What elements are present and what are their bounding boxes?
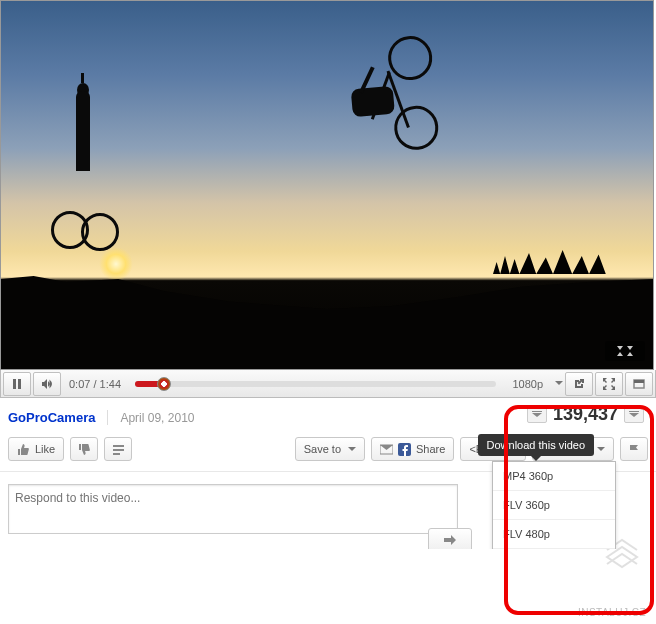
svg-rect-6 — [113, 453, 120, 455]
mail-icon — [380, 443, 393, 456]
download-option[interactable]: MP4 720p (HD) — [493, 548, 615, 549]
channel-link[interactable]: GoProCamera — [8, 410, 108, 425]
seek-bar[interactable] — [135, 381, 496, 387]
svg-rect-0 — [13, 379, 16, 389]
post-comment-button[interactable] — [428, 528, 472, 549]
svg-rect-4 — [113, 445, 124, 447]
views-container: 139,437 — [527, 404, 644, 425]
playlist-icon — [112, 443, 125, 456]
arrow-right-icon — [444, 535, 456, 545]
player-controls: 0:07 / 1:44 1080p — [0, 370, 656, 398]
like-button[interactable]: Like — [8, 437, 64, 461]
video-frame-rider-flipping — [336, 26, 466, 156]
chevron-down-icon — [348, 447, 356, 455]
pause-button[interactable] — [3, 372, 31, 396]
thumbs-up-icon — [17, 443, 30, 456]
expand-description-toggle-left[interactable] — [527, 407, 547, 423]
svg-rect-3 — [634, 380, 644, 383]
seek-handle[interactable] — [157, 377, 171, 391]
playlist-button[interactable] — [104, 437, 132, 461]
fullscreen-button[interactable] — [595, 372, 623, 396]
flag-icon — [628, 443, 641, 456]
comment-input[interactable] — [8, 484, 458, 534]
video-info-row: GoProCamera April 09, 2010 139,437 Downl… — [0, 398, 656, 433]
chevron-down-icon — [597, 447, 605, 455]
svg-rect-1 — [18, 379, 21, 389]
time-display: 0:07 / 1:44 — [63, 378, 127, 390]
like-label: Like — [35, 443, 55, 455]
share-label: Share — [416, 443, 445, 455]
download-dropdown-menu: MP4 360p FLV 360p FLV 480p MP4 720p (HD)… — [492, 461, 616, 549]
upload-date: April 09, 2010 — [108, 411, 194, 425]
view-count: 139,437 — [553, 404, 618, 425]
quality-selector[interactable]: 1080p — [504, 378, 551, 390]
save-to-button[interactable]: Save to — [295, 437, 365, 461]
facebook-icon — [398, 443, 411, 456]
popout-button[interactable] — [565, 372, 593, 396]
download-option[interactable]: MP4 360p — [493, 462, 615, 490]
dislike-button[interactable] — [70, 437, 98, 461]
expand-video-button[interactable] — [605, 341, 645, 361]
flag-button[interactable] — [620, 437, 648, 461]
svg-rect-5 — [113, 449, 124, 451]
video-player[interactable] — [0, 0, 654, 370]
share-button[interactable]: Share — [371, 437, 454, 461]
thumbs-down-icon — [78, 443, 91, 456]
download-option[interactable]: FLV 360p — [493, 490, 615, 519]
save-to-label: Save to — [304, 443, 341, 455]
download-tooltip: Download this video — [478, 434, 594, 456]
theater-button[interactable] — [625, 372, 653, 396]
expand-stats-toggle[interactable] — [624, 407, 644, 423]
video-frame-rider-standing — [61, 91, 111, 271]
volume-button[interactable] — [33, 372, 61, 396]
download-option[interactable]: FLV 480p — [493, 519, 615, 548]
chevron-down-icon — [555, 381, 563, 389]
